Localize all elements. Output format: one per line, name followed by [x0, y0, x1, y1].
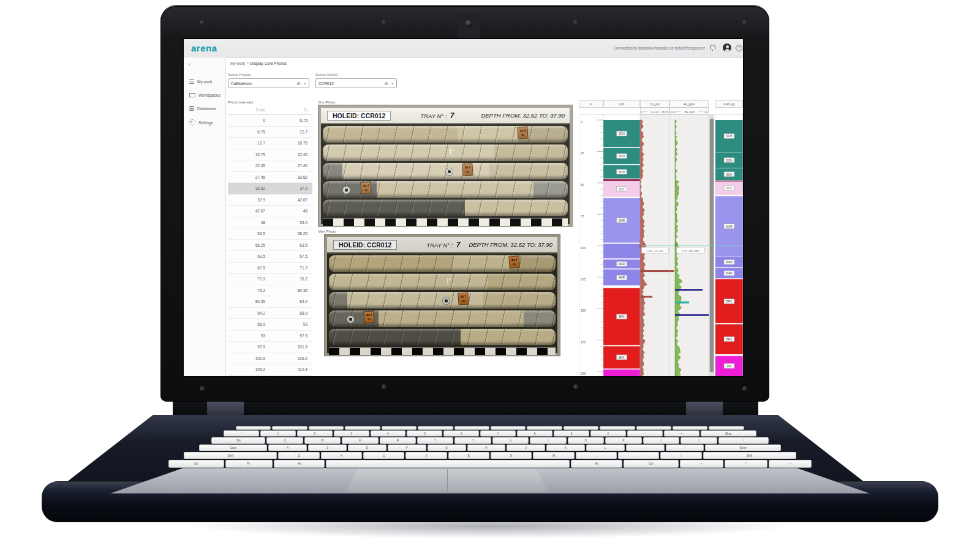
core-tray-label: TRAY N° : 7 — [420, 111, 454, 120]
interval-cell: 84.2 — [270, 296, 312, 307]
interval-row[interactable]: 27.4532.62 — [228, 172, 312, 184]
sidebar-item-databases[interactable]: Databases — [184, 102, 225, 115]
laptop-key: < — [680, 460, 723, 468]
laptop-key — [454, 426, 489, 430]
database-icon — [189, 106, 194, 111]
interval-row[interactable]: 53.558.25 — [228, 228, 312, 240]
svg-text:Au_ppm: Au_ppm — [685, 110, 695, 113]
laptop-key — [564, 426, 598, 430]
sidebar-item-workspaces[interactable]: Workspaces — [184, 88, 225, 102]
laptop-key — [326, 460, 569, 468]
interval-row[interactable]: 9397.5 — [228, 331, 312, 342]
core-photo-header: HOLEID: CCR012 TRAY N° : 7 DEPTH FROM: 3… — [327, 237, 557, 253]
interval-cell: 71.9 — [270, 263, 312, 274]
interval-row[interactable]: 58.2563.5 — [228, 240, 312, 252]
interval-row[interactable]: 42.6748 — [228, 206, 312, 217]
interval-row[interactable]: 88.993 — [228, 319, 312, 331]
laptop-key — [345, 426, 380, 430]
laptop-key: ^ — [725, 460, 767, 468]
laptop-key: 0 — [590, 430, 626, 437]
interval-row[interactable]: 4853.5 — [228, 217, 312, 229]
help-icon[interactable]: ? — [736, 45, 742, 51]
sidebar-items: My workWorkspacesDatabasesSettings — [184, 75, 225, 130]
interval-row[interactable]: 97.5101.9 — [228, 342, 312, 353]
laptop-key: / — [660, 452, 701, 459]
core-row — [329, 255, 556, 272]
laptop-key: F — [388, 444, 426, 451]
interval-row[interactable]: 101.9106.2 — [228, 353, 312, 365]
interval-row[interactable]: 76.280.35 — [228, 285, 312, 297]
core-row — [323, 144, 568, 161]
interval-row[interactable]: 71.976.2 — [228, 274, 312, 285]
interval-row[interactable]: 63.567.5 — [228, 251, 312, 263]
laptop-key — [309, 426, 344, 430]
svg-text:125: 125 — [581, 277, 586, 281]
laptop-key: P — [605, 437, 641, 444]
interval-row[interactable]: 16.7522.45 — [228, 149, 312, 161]
svg-text:CLY: CLY — [619, 188, 624, 191]
laptop-lid: arena Connected to banksia-minerals as m… — [160, 5, 769, 402]
svg-text:SCH: SCH — [726, 135, 733, 138]
holeid-select-label: Select HoleID — [315, 73, 338, 77]
interval-cell: 97.5 — [228, 342, 270, 353]
interval-cell: 16.75 — [270, 138, 312, 149]
interval-row[interactable]: 84.288.9 — [228, 308, 312, 320]
interval-row[interactable]: 37.942.67 — [228, 195, 312, 206]
sidebar-item-settings[interactable]: Settings — [184, 115, 225, 130]
intervals-table: From To 06.756.7512.712.716.7516.7522.45… — [228, 106, 312, 376]
laptop-key — [709, 426, 744, 430]
user-avatar-icon[interactable] — [723, 43, 731, 52]
clear-icon[interactable]: ⊗ — [384, 81, 388, 86]
svg-text:150: 150 — [581, 309, 586, 312]
laptop-key: Alt — [274, 460, 325, 468]
interval-cell: 12.7 — [270, 127, 312, 138]
svg-text:MAR: MAR — [619, 263, 625, 266]
interval-row[interactable]: 6.7512.7 — [228, 127, 312, 138]
laptop-key: ] — [680, 437, 717, 444]
interval-cell: 32.62 — [270, 172, 312, 183]
interval-cell: 67.5 — [270, 251, 312, 262]
interval-row[interactable]: 106.2110.3 — [228, 364, 312, 376]
core-ruler — [323, 218, 568, 226]
svg-text:MAR: MAR — [619, 276, 625, 279]
laptop-key — [236, 426, 271, 430]
interval-row[interactable]: 80.3584.2 — [228, 296, 312, 308]
holeid-select[interactable]: CCR012 ⊗ ∨ — [315, 78, 397, 88]
core-holeid-label: HOLEID: CCR012 — [327, 111, 391, 121]
interval-cell: 48 — [228, 217, 270, 228]
interval-cell: 84.2 — [228, 308, 270, 319]
svg-text:BRX: BRX — [619, 356, 624, 359]
sidebar-item-label: Databases — [197, 107, 216, 111]
project-select-value: Callistemon — [231, 81, 296, 86]
core-rows: 33.4m35.7m36.4m34 — [321, 124, 570, 216]
sidebar-item-my-work[interactable]: My work — [184, 75, 225, 88]
notifications-bell-icon[interactable] — [709, 45, 715, 50]
interval-row[interactable]: 22.4527.45 — [228, 160, 312, 172]
svg-text:175: 175 — [581, 340, 586, 344]
app-screen: arena Connected to banksia-minerals as m… — [184, 39, 743, 376]
laptop-key: Tab — [211, 437, 265, 444]
project-select[interactable]: Callistemon ⊗ ∨ — [228, 78, 309, 88]
interval-row[interactable]: 12.716.75 — [228, 138, 312, 149]
sidebar-item-label: Workspaces — [198, 93, 221, 97]
interval-cell: 114.55 — [270, 376, 312, 377]
breadcrumb-chevron-icon: › — [245, 61, 250, 66]
breadcrumb-parent[interactable]: My work — [230, 61, 245, 66]
interval-cell: 110.3 — [228, 376, 270, 377]
interval-row[interactable]: 06.75 — [228, 115, 312, 127]
dry-core-photo: HOLEID: CCR012 TRAY N° : 7 DEPTH FROM: 3… — [318, 105, 572, 227]
clear-icon[interactable]: ⊗ — [296, 81, 301, 86]
core-photo-header: HOLEID: CCR012 TRAY N° : 7 DEPTH FROM: 3… — [321, 108, 570, 124]
laptop-key: Caps — [199, 444, 267, 451]
sidebar-collapse-chevron-icon[interactable]: ‹ — [189, 61, 190, 67]
interval-cell: 48 — [270, 206, 312, 217]
chevron-down-icon[interactable]: ∨ — [304, 81, 306, 85]
interval-row[interactable]: 110.3114.55 — [228, 376, 312, 377]
laptop-key: 2 — [297, 430, 333, 437]
lith-block — [715, 181, 743, 182]
interval-cell: 42.67 — [228, 206, 270, 217]
chevron-down-icon[interactable]: ∨ — [391, 81, 394, 85]
interval-row[interactable]: 67.571.9 — [228, 263, 312, 274]
interval-row[interactable]: 32.6237.9 — [228, 183, 312, 195]
svg-text:DIS: DIS — [727, 365, 732, 368]
